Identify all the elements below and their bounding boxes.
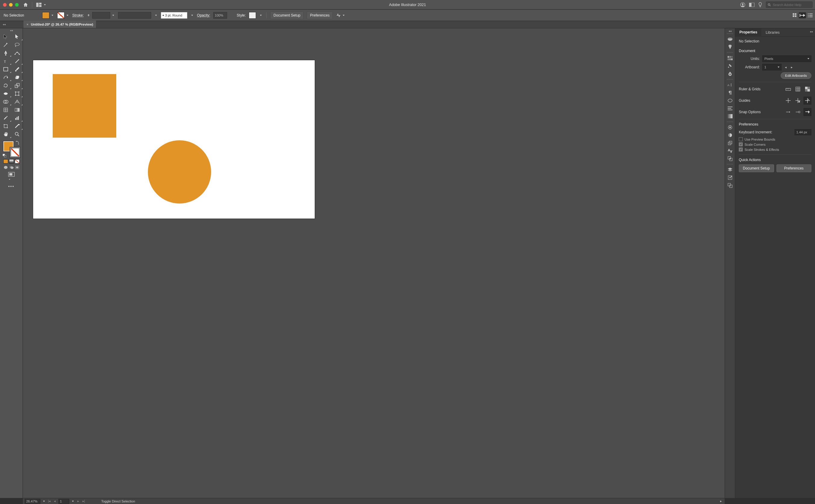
minimize-window-icon[interactable]	[9, 3, 13, 7]
guides-visibility-icon[interactable]	[784, 97, 792, 104]
quick-preferences-button[interactable]: Preferences	[776, 164, 812, 172]
draw-behind-icon[interactable]	[9, 165, 14, 170]
zoom-dropdown-icon[interactable]	[42, 498, 46, 504]
paintbrush-tool[interactable]	[11, 65, 23, 73]
canvas[interactable]	[23, 28, 725, 498]
stroke-weight-stepper[interactable]	[87, 12, 91, 19]
preferences-button[interactable]: Preferences	[306, 11, 333, 19]
align-dropdown[interactable]	[336, 12, 345, 19]
color-guide-panel-icon[interactable]	[727, 44, 733, 50]
ruler-icon[interactable]	[784, 85, 792, 93]
opacity-dropdown-icon[interactable]	[230, 15, 234, 16]
opacity-label[interactable]: Opacity:	[197, 13, 210, 17]
rotate-tool[interactable]	[0, 81, 11, 89]
transparency-grid-icon[interactable]	[804, 85, 811, 93]
document-setup-button[interactable]: Document Setup	[270, 11, 303, 19]
list-icon[interactable]	[808, 13, 813, 17]
free-transform-tool[interactable]	[11, 89, 23, 98]
artboard-nav-field[interactable]: 1	[58, 499, 69, 504]
color-panel-icon[interactable]	[727, 36, 733, 42]
maximize-window-icon[interactable]	[15, 3, 19, 7]
ellipse-shape[interactable]	[148, 140, 211, 204]
pen-tool[interactable]	[0, 49, 11, 57]
snap-to-point-icon[interactable]	[784, 108, 792, 116]
screen-mode-icon[interactable]	[8, 172, 15, 180]
snap-to-grid-icon[interactable]	[794, 108, 802, 116]
style-dropdown-icon[interactable]	[259, 12, 263, 19]
properties-collapse-icon[interactable]: ▸▸	[808, 28, 815, 36]
opacity-field[interactable]: 100%	[213, 12, 227, 19]
mesh-tool[interactable]	[0, 106, 11, 114]
rectangle-shape[interactable]	[53, 74, 116, 138]
paragraph-panel-icon[interactable]	[727, 90, 733, 95]
gradient-tool[interactable]	[11, 106, 23, 114]
artboard-next-status-icon[interactable]: ▸	[76, 499, 80, 503]
fill-stroke-indicator[interactable]	[3, 141, 20, 157]
perspective-grid-tool[interactable]	[11, 98, 23, 106]
lightbulb-icon[interactable]	[758, 2, 762, 8]
rectangle-tool[interactable]	[0, 65, 11, 73]
close-window-icon[interactable]	[3, 3, 7, 7]
artboards-panel-icon[interactable]	[727, 183, 733, 188]
brushes-panel-icon[interactable]	[727, 63, 733, 69]
artboard-last-icon[interactable]: ▸|	[82, 499, 86, 503]
scale-tool[interactable]	[11, 81, 23, 89]
stroke-color-dropdown-icon[interactable]	[66, 12, 69, 19]
brush-definition[interactable]: 3 pt. Round	[161, 12, 187, 19]
tools-panel-collapse[interactable]: ◂◂	[0, 28, 23, 33]
stroke-label[interactable]: Stroke:	[72, 13, 84, 17]
user-icon[interactable]	[740, 2, 745, 8]
search-help-input[interactable]	[772, 3, 811, 7]
zoom-field[interactable]: 26.47%	[25, 499, 40, 504]
align-panel-icon[interactable]	[727, 148, 733, 154]
width-tool[interactable]	[0, 89, 11, 98]
fill-color-control[interactable]	[42, 12, 54, 19]
stroke-color-control[interactable]	[57, 12, 69, 19]
direct-selection-tool[interactable]	[11, 33, 23, 41]
edit-toolbar-icon[interactable]: •••	[8, 184, 14, 189]
edit-artboards-button[interactable]: Edit Artboards	[781, 72, 811, 79]
variable-width-profile[interactable]	[118, 12, 151, 19]
column-graph-tool[interactable]	[11, 114, 23, 122]
artboard-prev-status-icon[interactable]: ◂	[53, 499, 57, 503]
opentype-panel-icon[interactable]	[727, 98, 733, 103]
transform-panel-icon[interactable]	[727, 140, 733, 146]
artboard-nav-dropdown-icon[interactable]	[71, 498, 75, 504]
variable-width-dropdown-icon[interactable]	[154, 12, 158, 19]
smart-guides-icon[interactable]	[804, 97, 811, 104]
draw-inside-icon[interactable]	[15, 165, 20, 170]
quick-document-setup-button[interactable]: Document Setup	[739, 164, 774, 172]
magic-wand-tool[interactable]	[0, 41, 11, 49]
curvature-tool[interactable]	[11, 49, 23, 57]
swap-fill-stroke-icon[interactable]	[15, 141, 20, 145]
close-tab-icon[interactable]: ×	[26, 23, 28, 26]
layers-panel-icon[interactable]	[727, 167, 733, 173]
scale-strokes-effects-checkbox[interactable]: Scale Strokes & Effects	[739, 148, 811, 151]
use-preview-bounds-checkbox[interactable]: Use Preview Bounds	[739, 137, 811, 141]
align-lines-panel-icon[interactable]	[727, 106, 733, 111]
arrange-documents-icon[interactable]	[749, 3, 754, 7]
color-mode-icon[interactable]	[3, 159, 8, 163]
eyedropper-tool[interactable]	[0, 114, 11, 122]
style-swatch[interactable]	[249, 12, 256, 19]
artboard-select[interactable]: 1	[762, 64, 782, 70]
character-panel-icon[interactable]: A	[727, 82, 733, 88]
snap-icon[interactable]	[799, 12, 806, 18]
swatches-panel-icon[interactable]	[727, 55, 733, 61]
none-mode-icon[interactable]	[15, 159, 20, 163]
stroke-weight-dropdown-icon[interactable]	[111, 12, 115, 19]
appearance-panel-icon[interactable]	[727, 125, 733, 130]
status-expand-icon[interactable]: ▸	[719, 499, 723, 503]
search-help[interactable]	[766, 2, 813, 8]
artboard-prev-icon[interactable]: ◂	[784, 65, 788, 69]
default-fill-stroke-icon[interactable]	[3, 154, 6, 157]
slice-tool[interactable]	[11, 122, 23, 130]
line-segment-tool[interactable]	[11, 57, 23, 65]
workspace-switcher[interactable]	[36, 2, 47, 8]
stroke-none-swatch[interactable]	[57, 12, 64, 19]
asset-export-panel-icon[interactable]	[727, 175, 733, 180]
grid-icon[interactable]	[793, 13, 797, 17]
shape-builder-tool[interactable]	[0, 98, 11, 106]
symbols-panel-icon[interactable]	[727, 71, 733, 76]
artboard-tool[interactable]	[0, 122, 11, 130]
